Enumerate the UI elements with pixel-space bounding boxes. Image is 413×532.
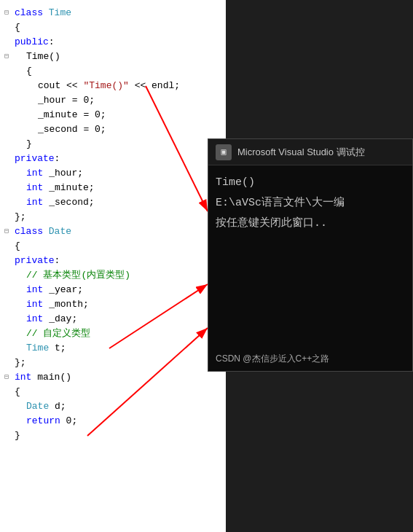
code-line: return 0; xyxy=(0,414,226,429)
code-line: { xyxy=(0,385,226,399)
code-token: { xyxy=(26,64,32,79)
code-line: // 基本类型(内置类型) xyxy=(0,268,226,283)
code-line: { xyxy=(0,20,226,35)
code-line: int _hour; xyxy=(0,166,226,181)
code-token: private xyxy=(15,152,55,166)
code-token: : xyxy=(55,254,60,268)
code-line: } xyxy=(0,137,226,152)
code-token: public xyxy=(15,35,49,50)
code-line: private: xyxy=(0,254,226,268)
code-line: private: xyxy=(0,152,226,166)
code-line: { xyxy=(0,239,226,254)
console-window: ▣ Microsoft Visual Studio 调试控 Time()E:\a… xyxy=(208,138,413,372)
code-line: int _minute; xyxy=(0,181,226,195)
code-token: 0; xyxy=(60,414,77,429)
console-output-line: 按任意键关闭此窗口.. xyxy=(216,215,405,232)
code-token: d; xyxy=(49,399,66,414)
code-token: int xyxy=(26,283,43,297)
console-footer: CSDN @杰信步近入C++之路 xyxy=(216,353,329,365)
code-token: Date xyxy=(26,399,49,414)
code-line: { xyxy=(0,64,226,79)
code-token: class xyxy=(15,6,49,20)
code-token: } xyxy=(15,429,20,443)
code-token: _day; xyxy=(43,312,77,326)
code-line: ⊟class Date xyxy=(0,224,226,239)
code-line: ⊟int main() xyxy=(0,370,226,385)
code-token: private xyxy=(15,254,55,268)
code-line: _minute = 0; xyxy=(0,108,226,122)
code-line: cout << "Time()" << endl; xyxy=(0,79,226,93)
code-token: _hour; xyxy=(43,166,83,181)
code-line: int _month; xyxy=(0,297,226,312)
console-icon: ▣ xyxy=(216,144,232,160)
code-token: int xyxy=(26,312,43,326)
code-token: int xyxy=(26,195,43,210)
console-output-line: E:\aVSc语言文件\大一编 xyxy=(216,195,405,212)
code-line: public: xyxy=(0,35,226,50)
line-gutter: ⊟ xyxy=(0,370,15,385)
code-token: _hour = 0; xyxy=(38,93,95,108)
code-token: _minute = 0; xyxy=(38,108,106,122)
code-token: t; xyxy=(49,341,66,356)
line-gutter: ⊟ xyxy=(0,224,15,239)
code-line: int _day; xyxy=(0,312,226,326)
code-token: _minute; xyxy=(43,181,94,195)
code-token: << endl; xyxy=(129,79,180,93)
code-token: int xyxy=(26,181,43,195)
code-token: Time xyxy=(26,341,49,356)
code-line: }; xyxy=(0,210,226,224)
code-token: Date xyxy=(49,224,71,239)
code-token: { xyxy=(15,239,20,254)
code-line: int _second; xyxy=(0,195,226,210)
code-token: cout << xyxy=(38,79,83,93)
code-line: int _year; xyxy=(0,283,226,297)
code-line: Date d; xyxy=(0,399,226,414)
code-line: Time t; xyxy=(0,341,226,356)
code-line: } xyxy=(0,429,226,443)
code-token: _year; xyxy=(43,283,83,297)
code-token: Time() xyxy=(26,50,60,64)
console-output-line: Time() xyxy=(216,174,405,192)
code-token: { xyxy=(15,20,20,35)
code-token: // 基本类型(内置类型) xyxy=(26,268,130,283)
console-titlebar: ▣ Microsoft Visual Studio 调试控 xyxy=(208,139,412,165)
code-token: { xyxy=(15,385,20,399)
code-token: "Time()" xyxy=(83,79,128,93)
code-token: _month; xyxy=(43,297,88,312)
code-token: main() xyxy=(31,370,71,385)
code-editor: ⊟class Time{public:⊟Time(){cout << "Time… xyxy=(0,0,226,532)
code-line: ⊟Time() xyxy=(0,50,226,64)
code-line: _hour = 0; xyxy=(0,93,226,108)
console-body: Time()E:\aVSc语言文件\大一编按任意键关闭此窗口.. xyxy=(208,165,412,244)
code-line: }; xyxy=(0,356,226,370)
code-token: // 自定义类型 xyxy=(26,326,90,341)
code-token: return xyxy=(26,414,60,429)
code-token: : xyxy=(49,35,55,50)
code-token: int xyxy=(15,370,31,385)
code-token: int xyxy=(26,166,43,181)
code-token: }; xyxy=(15,356,26,370)
code-token: : xyxy=(55,152,60,166)
code-token: }; xyxy=(15,210,26,224)
code-line: ⊟class Time xyxy=(0,6,226,20)
code-token: class xyxy=(15,224,49,239)
code-token: _second = 0; xyxy=(38,122,106,137)
code-token: } xyxy=(26,137,32,152)
code-token: int xyxy=(26,297,43,312)
line-gutter: ⊟ xyxy=(0,50,15,64)
line-gutter: ⊟ xyxy=(0,6,15,20)
code-token: Time xyxy=(49,6,71,20)
console-title: Microsoft Visual Studio 调试控 xyxy=(237,146,365,159)
code-line: _second = 0; xyxy=(0,122,226,137)
code-token: _second; xyxy=(43,195,94,210)
code-area: ⊟class Time{public:⊟Time(){cout << "Time… xyxy=(0,0,226,449)
code-line: // 自定义类型 xyxy=(0,326,226,341)
